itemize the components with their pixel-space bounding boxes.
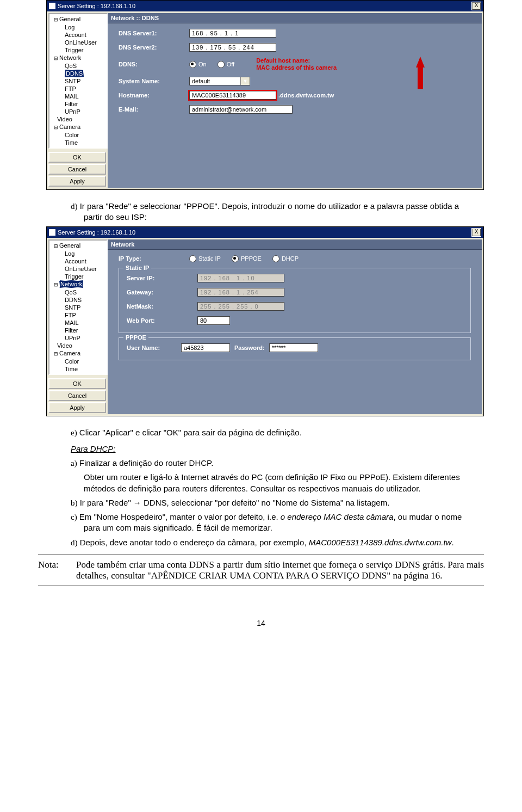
fieldset-static-ip: Static IP Server IP: 192 . 168 . 1 . 10 … bbox=[119, 268, 471, 333]
red-arrow-icon bbox=[416, 57, 425, 89]
tree-general[interactable]: General bbox=[49, 242, 107, 250]
tree-sntp[interactable]: SNTP bbox=[49, 304, 107, 311]
tree-account[interactable]: Account bbox=[49, 257, 107, 265]
fieldset-pppoe: PPPOE User Name: a45823 Password: ****** bbox=[119, 337, 471, 360]
tree-mail[interactable]: MAIL bbox=[49, 93, 107, 100]
close-icon[interactable]: X bbox=[471, 228, 481, 237]
serverip-field: 192 . 168 . 1 . 10 bbox=[197, 274, 284, 282]
tree-ftp[interactable]: FTP bbox=[49, 311, 107, 319]
tree-color[interactable]: Color bbox=[49, 131, 107, 139]
tree-qos[interactable]: QoS bbox=[49, 62, 107, 70]
tree-onlineuser[interactable]: OnLineUser bbox=[49, 39, 107, 46]
webport-field[interactable]: 80 bbox=[197, 316, 230, 325]
tree-general[interactable]: General bbox=[49, 15, 107, 23]
cancel-button[interactable]: Cancel bbox=[48, 164, 106, 175]
gateway-label: Gateway: bbox=[127, 289, 197, 296]
dhcp-step-a: a) Finalizar a definição do router DHCP. bbox=[71, 458, 480, 469]
tree-account[interactable]: Account bbox=[49, 31, 107, 39]
window-title: Server Setting : 192.168.1.10 bbox=[58, 3, 135, 9]
panel-header: Network :: DDNS bbox=[108, 13, 482, 23]
tree-video[interactable]: Video bbox=[49, 342, 107, 349]
tree-sntp[interactable]: SNTP bbox=[49, 77, 107, 85]
tree-video[interactable]: Video bbox=[49, 115, 107, 123]
panel-header: Network bbox=[108, 239, 482, 250]
tree-time[interactable]: Time bbox=[49, 139, 107, 146]
ddns-off-radio[interactable]: Off bbox=[217, 61, 234, 68]
step-d: d) Ir para "Rede" e seleccionar "PPPOE".… bbox=[71, 201, 480, 223]
ddns-on-radio[interactable]: On bbox=[189, 61, 207, 68]
gateway-field: 192 . 168 . 1 . 254 bbox=[197, 288, 284, 297]
password-field[interactable]: ****** bbox=[269, 343, 318, 352]
email-label: E-Mail: bbox=[119, 106, 189, 113]
tree-upnp[interactable]: UPnP bbox=[49, 334, 107, 342]
dhcp-step-c: c) Em "Nome Hospedeiro", manter o valor … bbox=[71, 512, 480, 534]
username-field[interactable]: a45823 bbox=[181, 343, 230, 352]
tree-time[interactable]: Time bbox=[49, 365, 107, 373]
para-dhcp-heading: Para DHCP: bbox=[71, 444, 480, 454]
apply-button[interactable]: Apply bbox=[48, 402, 106, 413]
dhcp-step-a-cont: Obter um router e ligá-lo à Internet atr… bbox=[71, 472, 480, 494]
window-titlebar: Server Setting : 192.168.1.10 X bbox=[47, 227, 483, 238]
window-title: Server Setting : 192.168.1.10 bbox=[58, 229, 135, 236]
nav-tree[interactable]: General Log Account OnLineUser Trigger N… bbox=[48, 13, 108, 149]
tree-color[interactable]: Color bbox=[49, 358, 107, 365]
step-e: e) Clicar "Aplicar" e clicar "OK" para s… bbox=[71, 427, 480, 438]
hostname-label: Hostname: bbox=[119, 92, 189, 99]
ddns-label: DDNS: bbox=[119, 61, 189, 67]
hostname-suffix: .ddns.dvrtw.com.tw bbox=[278, 92, 334, 99]
tree-ddns[interactable]: DDNS bbox=[49, 70, 107, 77]
tree-upnp[interactable]: UPnP bbox=[49, 108, 107, 115]
nota-block: Nota: Pode também criar uma conta DDNS a… bbox=[38, 555, 484, 586]
nota-label: Nota: bbox=[38, 559, 76, 581]
tree-trigger[interactable]: Trigger bbox=[49, 273, 107, 280]
close-icon[interactable]: X bbox=[471, 2, 481, 10]
email-field[interactable]: administrator@network.com bbox=[189, 105, 293, 114]
tree-onlineuser[interactable]: OnLineUser bbox=[49, 265, 107, 273]
iptype-static-radio[interactable]: Static IP bbox=[189, 255, 221, 262]
username-label: User Name: bbox=[127, 345, 181, 351]
window-titlebar: Server Setting : 192.168.1.10 X bbox=[47, 1, 483, 11]
tree-mail[interactable]: MAIL bbox=[49, 319, 107, 327]
dhcp-step-b: b) Ir para "Rede" → DDNS, seleccionar "p… bbox=[71, 497, 480, 508]
dns1-label: DNS Server1: bbox=[119, 30, 189, 36]
cancel-button[interactable]: Cancel bbox=[48, 390, 106, 401]
app-icon bbox=[49, 229, 55, 236]
default-hostname-note: Default host name:MAC address of this ca… bbox=[256, 57, 337, 71]
dns2-field[interactable]: 139 . 175 . 55 . 244 bbox=[189, 43, 276, 52]
ok-button[interactable]: OK bbox=[48, 378, 106, 389]
dns2-label: DNS Server2: bbox=[119, 44, 189, 51]
nota-body: Pode também criar uma conta DDNS a parti… bbox=[76, 559, 484, 581]
hostname-field[interactable]: MAC000E53114389 bbox=[189, 91, 276, 100]
tree-ddns[interactable]: DDNS bbox=[49, 296, 107, 304]
chevron-down-icon: ▼ bbox=[240, 77, 250, 85]
password-label: Password: bbox=[234, 345, 265, 351]
tree-qos[interactable]: QoS bbox=[49, 288, 107, 296]
systemname-label: System Name: bbox=[119, 78, 189, 84]
webport-label: Web Port: bbox=[127, 317, 197, 324]
tree-log[interactable]: Log bbox=[49, 250, 107, 257]
window-ddns: Server Setting : 192.168.1.10 X General … bbox=[46, 0, 484, 190]
iptype-label: IP Type: bbox=[119, 255, 189, 262]
window-network: Server Setting : 192.168.1.10 X General … bbox=[46, 226, 484, 416]
tree-camera[interactable]: Camera bbox=[49, 123, 107, 131]
netmask-field: 255 . 255 . 255 . 0 bbox=[197, 302, 284, 311]
nav-tree[interactable]: General Log Account OnLineUser Trigger N… bbox=[48, 239, 108, 375]
tree-filter[interactable]: Filter bbox=[49, 100, 107, 108]
tree-camera[interactable]: Camera bbox=[49, 349, 107, 358]
systemname-select[interactable]: default ▼ bbox=[189, 77, 250, 85]
apply-button[interactable]: Apply bbox=[48, 176, 106, 187]
tree-trigger[interactable]: Trigger bbox=[49, 46, 107, 54]
ok-button[interactable]: OK bbox=[48, 152, 106, 163]
iptype-dhcp-radio[interactable]: DHCP bbox=[272, 255, 299, 262]
tree-ftp[interactable]: FTP bbox=[49, 85, 107, 93]
dns1-field[interactable]: 168 . 95 . 1 . 1 bbox=[189, 29, 276, 38]
tree-filter[interactable]: Filter bbox=[49, 327, 107, 334]
page-number: 14 bbox=[0, 619, 522, 628]
iptype-pppoe-radio[interactable]: PPPOE bbox=[232, 255, 262, 262]
tree-network[interactable]: Network bbox=[49, 280, 107, 288]
tree-log[interactable]: Log bbox=[49, 23, 107, 31]
dhcp-step-d: d) Depois, deve anotar todo o endereço d… bbox=[71, 537, 480, 548]
serverip-label: Server IP: bbox=[127, 275, 197, 281]
app-icon bbox=[49, 3, 55, 9]
tree-network[interactable]: Network bbox=[49, 54, 107, 62]
